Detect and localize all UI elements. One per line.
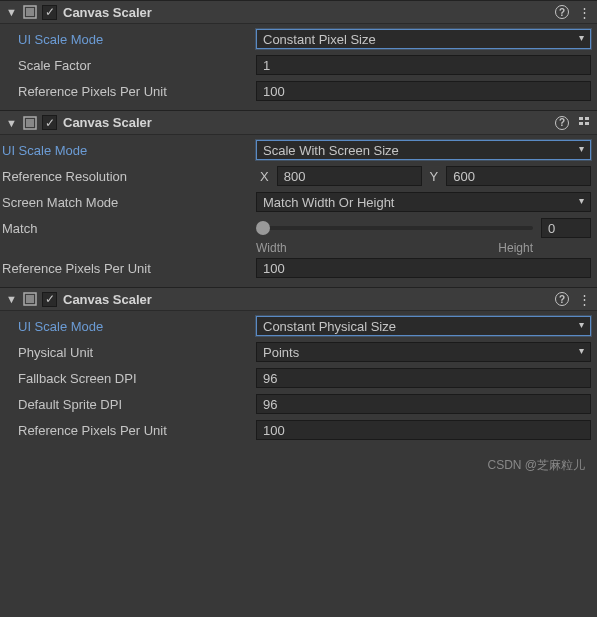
help-icon[interactable]: ? xyxy=(555,116,569,130)
y-label: Y xyxy=(426,169,443,184)
fallback-dpi-input[interactable]: 96 xyxy=(256,368,591,388)
foldout-icon[interactable]: ▼ xyxy=(6,293,18,305)
ui-scale-mode-dropdown[interactable]: Constant Physical Size xyxy=(256,316,591,336)
ui-scale-mode-row: UI Scale Mode Constant Pixel Size xyxy=(0,26,597,52)
enable-checkbox[interactable] xyxy=(42,292,57,307)
match-slider[interactable] xyxy=(256,226,533,230)
scale-factor-label: Scale Factor xyxy=(18,58,256,73)
slider-max-label: Height xyxy=(498,241,533,255)
screen-match-mode-row: Screen Match Mode Match Width Or Height xyxy=(0,189,597,215)
sprite-dpi-row: Default Sprite DPI 96 xyxy=(0,391,597,417)
match-row: Match 0 xyxy=(0,215,597,241)
x-label: X xyxy=(256,169,273,184)
foldout-icon[interactable]: ▼ xyxy=(6,6,18,18)
help-icon[interactable]: ? xyxy=(555,5,569,19)
ref-resolution-row: Reference Resolution X 800 Y 600 xyxy=(0,163,597,189)
component-header[interactable]: ▼ Canvas Scaler ? xyxy=(0,110,597,135)
ui-scale-mode-dropdown[interactable]: Constant Pixel Size xyxy=(256,29,591,49)
svg-rect-3 xyxy=(26,119,34,127)
enable-checkbox[interactable] xyxy=(42,115,57,130)
canvas-scaler-panel: ▼ Canvas Scaler ? ⋮ UI Scale Mode Consta… xyxy=(0,287,597,449)
ui-scale-mode-dropdown[interactable]: Scale With Screen Size xyxy=(256,140,591,160)
ui-scale-mode-label: UI Scale Mode xyxy=(18,32,256,47)
screen-match-mode-label: Screen Match Mode xyxy=(2,195,256,210)
watermark-text: CSDN @芝麻粒儿 xyxy=(0,449,597,482)
ref-pixels-label: Reference Pixels Per Unit xyxy=(2,261,256,276)
component-title: Canvas Scaler xyxy=(63,5,555,20)
component-icon xyxy=(22,4,38,20)
scale-factor-input[interactable]: 1 xyxy=(256,55,591,75)
ui-scale-mode-label: UI Scale Mode xyxy=(2,143,256,158)
ref-resolution-x-input[interactable]: 800 xyxy=(277,166,422,186)
physical-unit-label: Physical Unit xyxy=(18,345,256,360)
ui-scale-mode-label: UI Scale Mode xyxy=(18,319,256,334)
ref-pixels-label: Reference Pixels Per Unit xyxy=(18,423,256,438)
ref-pixels-row: Reference Pixels Per Unit 100 xyxy=(0,255,597,281)
component-header[interactable]: ▼ Canvas Scaler ? ⋮ xyxy=(0,287,597,311)
slider-min-label: Width xyxy=(256,241,287,255)
component-title: Canvas Scaler xyxy=(63,115,555,130)
ref-pixels-row: Reference Pixels Per Unit 100 xyxy=(0,78,597,104)
menu-icon[interactable]: ⋮ xyxy=(577,5,591,19)
ref-pixels-input[interactable]: 100 xyxy=(256,81,591,101)
canvas-scaler-panel: ▼ Canvas Scaler ? ⋮ UI Scale Mode Consta… xyxy=(0,0,597,110)
ui-scale-mode-row: UI Scale Mode Constant Physical Size xyxy=(0,313,597,339)
ref-resolution-y-input[interactable]: 600 xyxy=(446,166,591,186)
physical-unit-row: Physical Unit Points xyxy=(0,339,597,365)
ref-pixels-input[interactable]: 100 xyxy=(256,258,591,278)
sprite-dpi-input[interactable]: 96 xyxy=(256,394,591,414)
preset-icon[interactable] xyxy=(577,114,591,131)
ui-scale-mode-row: UI Scale Mode Scale With Screen Size xyxy=(0,137,597,163)
match-label: Match xyxy=(2,221,256,236)
component-title: Canvas Scaler xyxy=(63,292,555,307)
scale-factor-row: Scale Factor 1 xyxy=(0,52,597,78)
canvas-scaler-panel: ▼ Canvas Scaler ? UI Scale Mode Scale Wi… xyxy=(0,110,597,287)
component-header[interactable]: ▼ Canvas Scaler ? ⋮ xyxy=(0,0,597,24)
physical-unit-dropdown[interactable]: Points xyxy=(256,342,591,362)
screen-match-mode-dropdown[interactable]: Match Width Or Height xyxy=(256,192,591,212)
svg-rect-1 xyxy=(26,8,34,16)
fallback-dpi-label: Fallback Screen DPI xyxy=(18,371,256,386)
ref-pixels-label: Reference Pixels Per Unit xyxy=(18,84,256,99)
enable-checkbox[interactable] xyxy=(42,5,57,20)
ref-resolution-label: Reference Resolution xyxy=(2,169,256,184)
fallback-dpi-row: Fallback Screen DPI 96 xyxy=(0,365,597,391)
menu-icon[interactable]: ⋮ xyxy=(577,292,591,306)
component-icon xyxy=(22,291,38,307)
ref-pixels-row: Reference Pixels Per Unit 100 xyxy=(0,417,597,443)
help-icon[interactable]: ? xyxy=(555,292,569,306)
component-icon xyxy=(22,115,38,131)
match-value-input[interactable]: 0 xyxy=(541,218,591,238)
sprite-dpi-label: Default Sprite DPI xyxy=(18,397,256,412)
foldout-icon[interactable]: ▼ xyxy=(6,117,18,129)
svg-rect-5 xyxy=(26,295,34,303)
ref-pixels-input[interactable]: 100 xyxy=(256,420,591,440)
slider-thumb[interactable] xyxy=(256,221,270,235)
